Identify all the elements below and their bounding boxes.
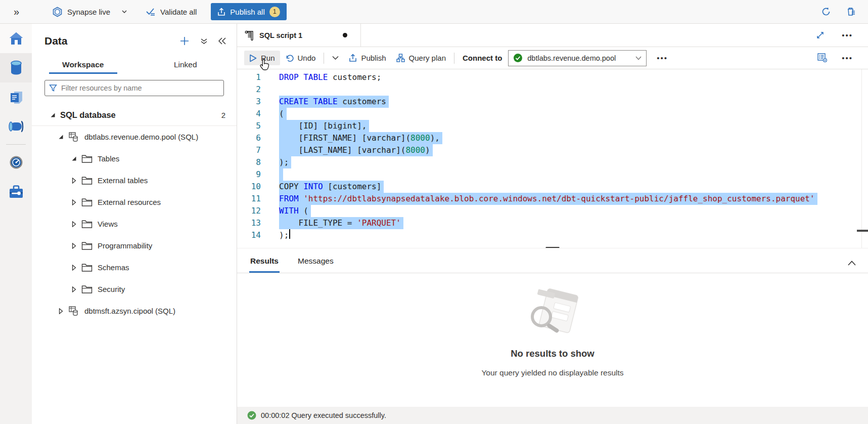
undo-button[interactable]: Undo (280, 51, 321, 65)
code-line-text (279, 168, 283, 181)
chevron-down-icon (122, 9, 127, 14)
code-line-3[interactable]: 3CREATE TABLE customers (237, 96, 868, 108)
caret-collapsed-icon[interactable] (70, 265, 77, 271)
code-line-7[interactable]: 7 [LAST_NAME] [varchar](8000) (237, 144, 868, 156)
code-line-10[interactable]: 10COPY INTO [customers] (237, 181, 868, 193)
tab-messages[interactable]: Messages (292, 250, 340, 273)
connection-name: dbtlabs.revenue.demo.pool (527, 54, 631, 62)
connection-dropdown[interactable]: dbtlabs.revenue.demo.pool (508, 50, 647, 66)
collapse-menu-button[interactable]: » (0, 6, 32, 18)
code-line-text: ( (279, 108, 287, 120)
no-results-title: No results to show (511, 348, 595, 359)
no-results-subtitle: Your query yielded no displayable result… (481, 368, 623, 377)
tree-item-label: SQL database (60, 110, 116, 120)
query-status-bar: 00:00:02 Query executed successfully. (237, 407, 868, 424)
caret-collapsed-icon[interactable] (70, 243, 77, 249)
collapse-panel-icon[interactable] (217, 36, 227, 46)
refresh-button[interactable] (820, 6, 832, 18)
scrollbar-thumb[interactable] (857, 230, 868, 232)
tree-item-schemas[interactable]: Schemas (32, 257, 237, 278)
code-line-text: COPY INTO [customers] (279, 181, 384, 193)
editor-scrollbar[interactable] (861, 69, 868, 248)
unsaved-changes-dot (343, 33, 347, 37)
code-line-8[interactable]: 8); (237, 156, 868, 168)
tab-more-actions[interactable]: ••• (838, 29, 857, 41)
tree-item-external-tables[interactable]: External tables (32, 169, 237, 191)
code-line-14[interactable]: 14); (237, 229, 868, 241)
code-line-12[interactable]: 12WITH ( (237, 205, 868, 217)
code-line-text: ); (279, 229, 289, 241)
publish-all-button[interactable]: Publish all 1 (211, 3, 286, 20)
properties-icon[interactable] (816, 52, 829, 64)
document-tab-bar: SQL script 1 ••• (237, 24, 868, 47)
add-resource-button[interactable] (178, 35, 191, 47)
sidebar-item-integrate[interactable] (0, 112, 32, 141)
tree-item-views[interactable]: Views (32, 213, 237, 235)
caret-collapsed-icon[interactable] (70, 286, 77, 292)
line-number: 1 (237, 71, 261, 83)
caret-expanded-icon[interactable] (57, 134, 64, 140)
code-line-5[interactable]: 5 [ID] [bigint], (237, 120, 868, 132)
validate-all-button[interactable]: Validate all (146, 8, 197, 16)
code-line-1[interactable]: 1DROP TABLE customers; (237, 71, 868, 83)
code-line-text: WITH ( (279, 205, 311, 217)
develop-icon (9, 90, 23, 105)
sidebar-item-manage[interactable] (0, 177, 32, 206)
collapse-results-chevron[interactable] (847, 260, 857, 267)
tab-results[interactable]: Results (244, 250, 285, 273)
tree-item-programmability[interactable]: Programmability (32, 235, 237, 257)
expand-editor-icon[interactable] (815, 30, 826, 40)
code-line-11[interactable]: 11FROM 'https://dbtlabsynapsedatalake.bl… (237, 193, 868, 205)
code-line-9[interactable]: 9 (237, 168, 868, 181)
document-tab-title: SQL script 1 (259, 31, 338, 39)
caret-collapsed-icon[interactable] (57, 308, 64, 314)
tree-item-dbtmsft-azsyn-cipool-sql[interactable]: dbtmsft.azsyn.cipool (SQL) (32, 300, 237, 322)
sidebar-item-home[interactable] (0, 24, 32, 53)
data-icon (9, 60, 23, 75)
tree-item-tables[interactable]: Tables (32, 148, 237, 169)
tree-item-label: External resources (98, 198, 161, 206)
run-button[interactable]: Run (244, 51, 280, 65)
code-line-text: DROP TABLE customers; (279, 71, 381, 83)
sidebar-item-monitor[interactable] (0, 148, 32, 177)
code-line-2[interactable]: 2 (237, 83, 868, 96)
publish-button[interactable]: Publish (344, 51, 391, 65)
line-number: 13 (237, 217, 261, 229)
tree-item-label: Tables (98, 154, 119, 163)
code-line-4[interactable]: 4( (237, 108, 868, 120)
tab-workspace[interactable]: Workspace (32, 55, 134, 74)
editor-more-actions[interactable]: ••• (838, 52, 857, 64)
caret-expanded-icon[interactable] (70, 156, 77, 161)
tree-item-external-resources[interactable]: External resources (32, 191, 237, 213)
caret-collapsed-icon[interactable] (70, 199, 77, 205)
caret-collapsed-icon[interactable] (70, 178, 77, 184)
sidebar-item-develop[interactable] (0, 82, 32, 112)
line-number: 3 (237, 96, 261, 108)
sql-code-editor[interactable]: 1DROP TABLE customers;23CREATE TABLE cus… (237, 69, 868, 248)
tree-item-label: dbtmsft.azsyn.cipool (SQL) (84, 307, 175, 315)
filter-resources-input[interactable] (61, 84, 219, 92)
code-line-13[interactable]: 13 FILE_TYPE = 'PARQUET' (237, 217, 868, 229)
sidebar-item-data[interactable] (0, 53, 32, 82)
mode-switcher[interactable]: Synapse live (52, 7, 127, 17)
expand-all-icon[interactable] (199, 36, 209, 46)
code-line-6[interactable]: 6 [FIRST_NAME] [varchar](8000), (237, 132, 868, 144)
query-plan-button[interactable]: Query plan (391, 51, 451, 65)
publish-label: Publish (361, 54, 386, 62)
caret-expanded-icon[interactable] (49, 112, 56, 118)
tab-linked[interactable]: Linked (134, 55, 237, 74)
connection-status-icon (513, 53, 523, 63)
folder-icon (81, 198, 93, 207)
tree-item-sql-database[interactable]: SQL database2 (32, 104, 237, 126)
run-options-chevron[interactable] (327, 53, 344, 63)
caret-collapsed-icon[interactable] (70, 221, 77, 227)
tree-item-dbtlabs-revenue-demo-pool-sql[interactable]: dbtlabs.revenue.demo.pool (SQL) (32, 126, 237, 148)
trash-button[interactable] (845, 6, 857, 18)
status-message: 00:00:02 Query executed successfully. (261, 411, 386, 419)
tree-item-security[interactable]: Security (32, 278, 237, 300)
pane-resize-handle[interactable] (546, 247, 560, 248)
publish-all-label: Publish all (230, 8, 264, 16)
connection-more-actions[interactable]: ••• (653, 52, 672, 64)
code-lines: 1DROP TABLE customers;23CREATE TABLE cus… (237, 71, 868, 241)
tab-sql-script-1[interactable]: SQL script 1 (237, 24, 361, 47)
